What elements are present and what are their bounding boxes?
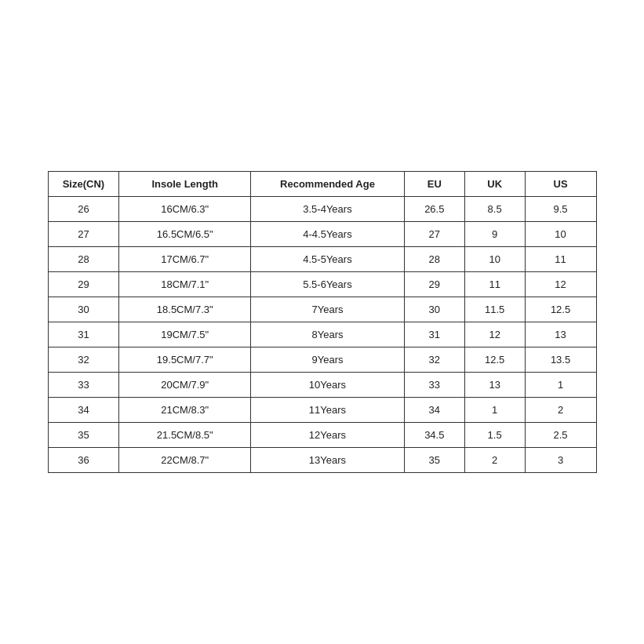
cell-size: 26: [48, 197, 119, 222]
cell-us: 13: [525, 322, 596, 347]
cell-age: 4-4.5Years: [251, 222, 405, 247]
cell-uk: 12: [464, 322, 525, 347]
cell-insole: 16CM/6.3": [119, 197, 251, 222]
cell-uk: 8.5: [464, 197, 525, 222]
cell-age: 9Years: [251, 347, 405, 373]
cell-us: 10: [525, 222, 596, 247]
cell-insole: 21CM/8.3": [119, 398, 251, 423]
cell-size: 31: [48, 322, 119, 347]
cell-age: 13Years: [251, 448, 405, 473]
cell-us: 13.5: [525, 347, 596, 373]
cell-eu: 34: [404, 398, 464, 423]
cell-size: 27: [48, 222, 119, 247]
cell-eu: 30: [404, 297, 464, 322]
cell-uk: 11: [464, 272, 525, 297]
cell-uk: 2: [464, 448, 525, 473]
cell-insole: 18CM/7.1": [119, 272, 251, 297]
table-row: 3119CM/7.5"8Years311213: [48, 322, 596, 347]
cell-eu: 33: [404, 373, 464, 398]
cell-insole: 19CM/7.5": [119, 322, 251, 347]
cell-age: 8Years: [251, 322, 405, 347]
cell-us: 3: [525, 448, 596, 473]
cell-us: 2: [525, 398, 596, 423]
cell-us: 2.5: [525, 423, 596, 448]
cell-eu: 26.5: [404, 197, 464, 222]
table-header-row: Size(CN) Insole Length Recommended Age E…: [48, 172, 596, 197]
cell-eu: 29: [404, 272, 464, 297]
table-row: 3320CM/7.9"10Years33131: [48, 373, 596, 398]
cell-size: 35: [48, 423, 119, 448]
cell-size: 30: [48, 297, 119, 322]
table-row: 3421CM/8.3"11Years3412: [48, 398, 596, 423]
cell-insole: 20CM/7.9": [119, 373, 251, 398]
table-row: 2918CM/7.1"5.5-6Years291112: [48, 272, 596, 297]
cell-age: 7Years: [251, 297, 405, 322]
header-age: Recommended Age: [251, 172, 405, 197]
table-row: 2817CM/6.7"4.5-5Years281011: [48, 247, 596, 272]
cell-size: 33: [48, 373, 119, 398]
header-eu: EU: [404, 172, 464, 197]
cell-uk: 13: [464, 373, 525, 398]
table-row: 3018.5CM/7.3"7Years3011.512.5: [48, 297, 596, 322]
cell-eu: 31: [404, 322, 464, 347]
cell-age: 11Years: [251, 398, 405, 423]
cell-age: 3.5-4Years: [251, 197, 405, 222]
cell-us: 12.5: [525, 297, 596, 322]
cell-us: 11: [525, 247, 596, 272]
cell-us: 9.5: [525, 197, 596, 222]
cell-insole: 21.5CM/8.5": [119, 423, 251, 448]
cell-size: 32: [48, 347, 119, 373]
cell-uk: 11.5: [464, 297, 525, 322]
cell-uk: 9: [464, 222, 525, 247]
header-us: US: [525, 172, 596, 197]
cell-insole: 17CM/6.7": [119, 247, 251, 272]
cell-insole: 22CM/8.7": [119, 448, 251, 473]
cell-age: 4.5-5Years: [251, 247, 405, 272]
cell-uk: 12.5: [464, 347, 525, 373]
table-row: 2616CM/6.3"3.5-4Years26.58.59.5: [48, 197, 596, 222]
cell-size: 36: [48, 448, 119, 473]
cell-insole: 16.5CM/6.5": [119, 222, 251, 247]
cell-uk: 10: [464, 247, 525, 272]
header-insole: Insole Length: [119, 172, 251, 197]
cell-age: 5.5-6Years: [251, 272, 405, 297]
size-chart-table: Size(CN) Insole Length Recommended Age E…: [48, 171, 597, 473]
cell-size: 34: [48, 398, 119, 423]
cell-eu: 34.5: [404, 423, 464, 448]
table-row: 3521.5CM/8.5"12Years34.51.52.5: [48, 423, 596, 448]
cell-uk: 1.5: [464, 423, 525, 448]
cell-eu: 35: [404, 448, 464, 473]
cell-eu: 28: [404, 247, 464, 272]
header-uk: UK: [464, 172, 525, 197]
cell-eu: 32: [404, 347, 464, 373]
cell-us: 1: [525, 373, 596, 398]
cell-us: 12: [525, 272, 596, 297]
table-row: 2716.5CM/6.5"4-4.5Years27910: [48, 222, 596, 247]
cell-size: 29: [48, 272, 119, 297]
header-size: Size(CN): [48, 172, 119, 197]
cell-insole: 18.5CM/7.3": [119, 297, 251, 322]
size-chart-container: Size(CN) Insole Length Recommended Age E…: [48, 171, 597, 473]
cell-size: 28: [48, 247, 119, 272]
table-row: 3219.5CM/7.7"9Years3212.513.5: [48, 347, 596, 373]
cell-age: 12Years: [251, 423, 405, 448]
cell-age: 10Years: [251, 373, 405, 398]
table-row: 3622CM/8.7"13Years3523: [48, 448, 596, 473]
cell-insole: 19.5CM/7.7": [119, 347, 251, 373]
cell-eu: 27: [404, 222, 464, 247]
cell-uk: 1: [464, 398, 525, 423]
